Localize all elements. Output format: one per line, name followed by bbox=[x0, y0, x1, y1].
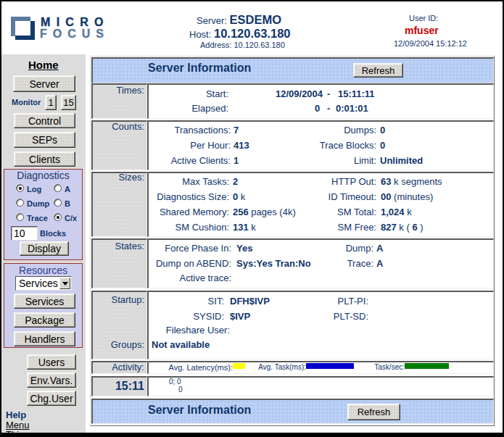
svg-text:FOCUS: FOCUS bbox=[40, 28, 109, 40]
svg-text:MICRO: MICRO bbox=[41, 16, 109, 28]
